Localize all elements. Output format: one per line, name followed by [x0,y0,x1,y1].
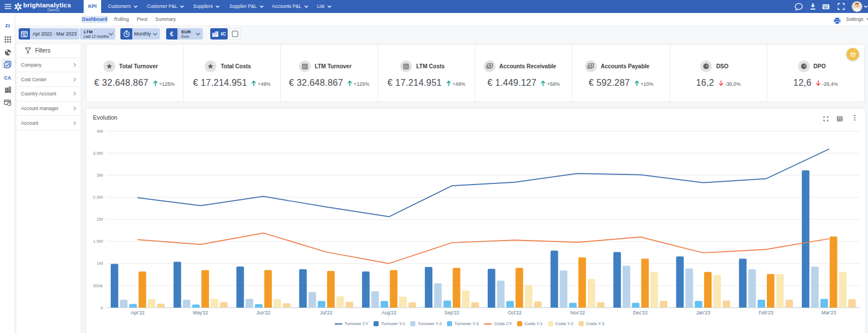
svg-text:3,5M: 3,5M [93,150,103,155]
svg-text:May'22: May'22 [193,309,208,315]
svg-text:500k: 500k [93,283,103,288]
svg-text:Apr'22: Apr'22 [131,309,145,315]
svg-text:Jul'22: Jul'22 [320,309,332,315]
svg-text:4M: 4M [96,128,102,133]
svg-text:Dec'22: Dec'22 [633,309,648,315]
svg-text:Mar'23: Mar'23 [821,309,836,315]
svg-text:Jan'23: Jan'23 [696,309,710,315]
svg-text:2,5M: 2,5M [93,195,103,200]
svg-text:1,5M: 1,5M [93,239,103,244]
svg-text:Sep'22: Sep'22 [444,309,459,315]
svg-text:Aug'22: Aug'22 [381,309,396,315]
svg-text:2M: 2M [96,217,102,222]
svg-text:Jun'22: Jun'22 [256,309,270,315]
svg-text:Oct'22: Oct'22 [507,309,522,315]
svg-text:Feb'23: Feb'23 [758,309,773,315]
svg-text:1M: 1M [96,261,102,266]
svg-text:3M: 3M [96,173,102,178]
svg-text:0: 0 [100,305,103,310]
svg-text:Nov'22: Nov'22 [570,309,584,315]
